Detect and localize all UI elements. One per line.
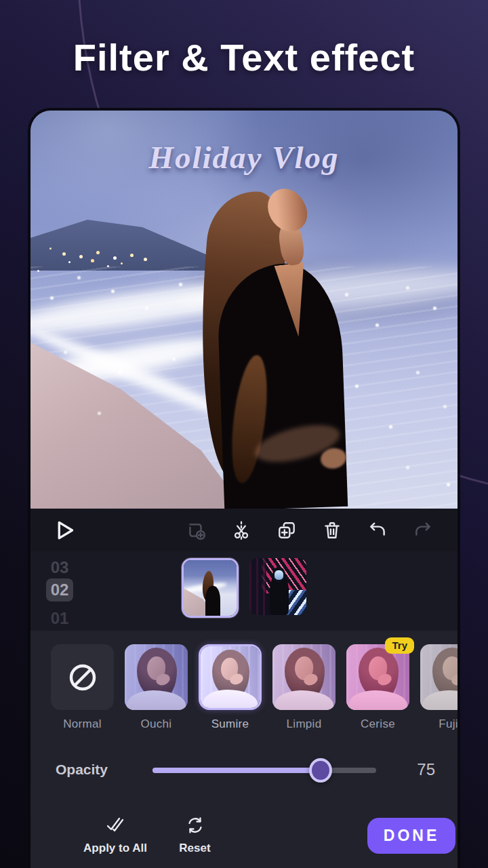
video-preview[interactable]: Holiday Vlog <box>30 111 458 509</box>
filter-thumb-cerise <box>346 644 409 710</box>
track-number-03[interactable]: 03 <box>46 556 73 579</box>
redo-icon[interactable] <box>413 520 433 540</box>
filter-tint <box>125 644 188 710</box>
filter-label: Fujin <box>439 717 458 731</box>
reset-refresh-icon <box>185 815 205 835</box>
video-text-overlay: Holiday Vlog <box>30 139 458 176</box>
filter-item-sumire-selected[interactable]: Sumire <box>199 644 262 731</box>
filter-item-ouchi[interactable]: Ouchi <box>125 644 188 731</box>
timeline-clip-beach[interactable] <box>182 558 239 618</box>
app-background: Filter & Text effect Holiday Vlog <box>0 0 488 868</box>
undo-icon[interactable] <box>367 520 388 540</box>
opacity-slider-thumb[interactable] <box>309 758 332 783</box>
track-number-01[interactable]: 01 <box>46 607 73 630</box>
edit-tools <box>186 520 458 540</box>
filter-preview-girl <box>272 644 336 710</box>
filter-panel: Normal Ouchi <box>30 631 458 868</box>
reset-button[interactable]: Reset <box>139 815 251 855</box>
duplicate-icon[interactable] <box>277 520 297 540</box>
filter-item-fujin[interactable]: Fujin <box>420 644 458 731</box>
timeline-clip-neon[interactable] <box>249 558 306 615</box>
opacity-slider-fill <box>152 768 321 773</box>
opacity-value: 75 <box>417 760 435 779</box>
clip-strip <box>182 558 306 618</box>
village-lights <box>49 248 52 250</box>
filter-item-normal[interactable]: Normal <box>51 644 114 731</box>
page-title: Filter & Text effect <box>0 35 488 79</box>
filter-thumb-sumire <box>199 644 262 710</box>
opacity-slider-track[interactable] <box>152 768 376 773</box>
apply-to-all-label: Apply to All <box>83 842 147 855</box>
filter-label: Normal <box>63 717 102 731</box>
filter-tint <box>346 644 409 710</box>
beach-clip-thumb <box>184 560 237 616</box>
filter-tint <box>420 644 458 710</box>
delete-trash-icon[interactable] <box>322 520 342 540</box>
filter-thumb-ouchi <box>125 644 188 710</box>
neon-left-structure <box>249 558 266 615</box>
split-scissors-icon[interactable] <box>231 520 251 540</box>
neon-led-mask <box>274 570 283 580</box>
add-clip-icon[interactable] <box>186 520 206 540</box>
editor-card: Holiday Vlog <box>30 111 458 868</box>
filter-thumb-fujin <box>420 644 458 710</box>
playback-toolbar <box>30 509 458 551</box>
opacity-label: Opacity <box>56 762 108 778</box>
done-button[interactable]: DONE <box>367 818 455 854</box>
filter-label: Sumire <box>211 717 249 731</box>
filter-preview-girl <box>420 644 458 710</box>
timeline: 03 02 01 <box>30 551 458 631</box>
play-button[interactable] <box>52 518 77 542</box>
try-badge: Try <box>385 637 414 654</box>
reset-label: Reset <box>179 842 210 855</box>
filter-label: Limpid <box>287 717 322 731</box>
double-check-icon <box>105 815 125 835</box>
mini-body <box>205 586 220 617</box>
filter-preview-girl <box>125 644 188 710</box>
opacity-control: Opacity 75 <box>30 757 458 784</box>
track-number-02-active[interactable]: 02 <box>46 578 73 601</box>
filter-label: Ouchi <box>141 717 172 731</box>
filter-tint <box>201 646 260 708</box>
water-sparkles <box>37 270 39 272</box>
filter-list: Normal Ouchi <box>51 644 458 731</box>
filter-preview-girl <box>346 644 409 710</box>
no-filter-icon <box>51 644 114 710</box>
filter-label: Cerise <box>361 717 395 731</box>
filter-tint <box>272 644 336 710</box>
filter-preview-girl <box>201 646 260 708</box>
neon-clip-thumb <box>249 558 306 615</box>
filter-item-cerise[interactable]: Try Cerise <box>346 644 409 731</box>
filter-thumb-limpid <box>272 644 336 710</box>
filter-thumb-normal <box>51 644 114 710</box>
filter-item-limpid[interactable]: Limpid <box>272 644 336 731</box>
